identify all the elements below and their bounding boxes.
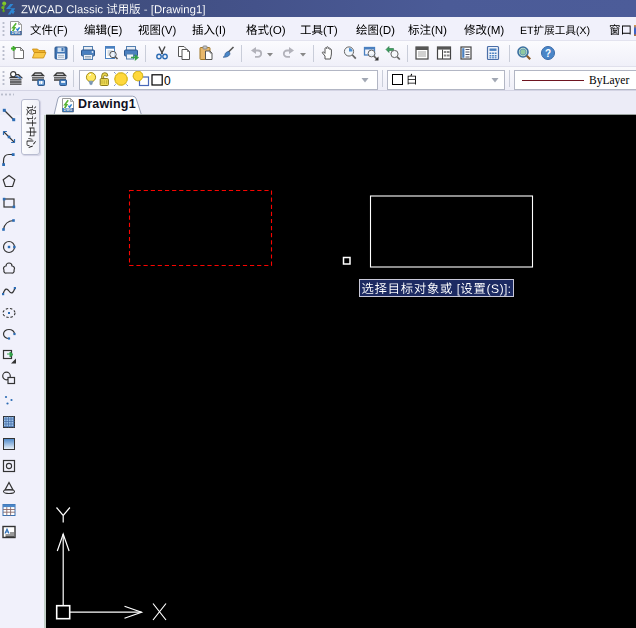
svg-text:?: ? [545, 48, 551, 59]
svg-text:DWG: DWG [64, 108, 73, 112]
